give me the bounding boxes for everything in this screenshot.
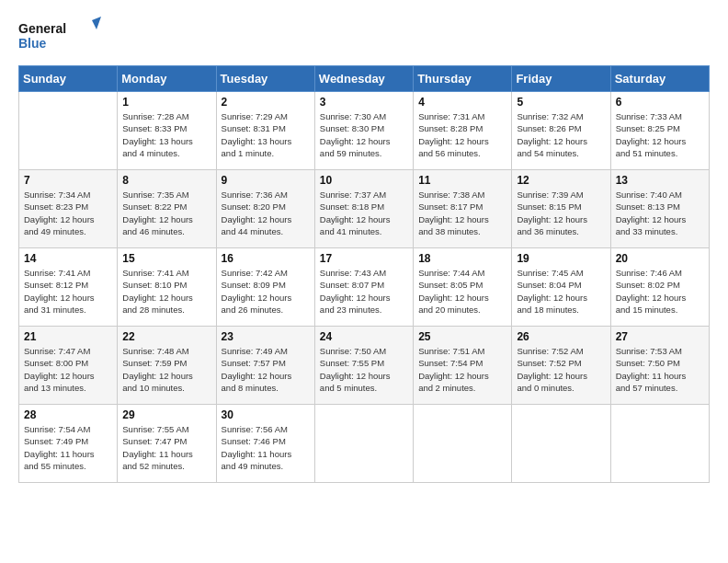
day-info: Sunrise: 7:51 AM Sunset: 7:54 PM Dayligh…: [418, 345, 506, 394]
day-cell: 2Sunrise: 7:29 AM Sunset: 8:31 PM Daylig…: [216, 92, 314, 170]
day-cell: 1Sunrise: 7:28 AM Sunset: 8:33 PM Daylig…: [118, 92, 216, 170]
svg-marker-2: [92, 17, 101, 29]
calendar-table: SundayMondayTuesdayWednesdayThursdayFrid…: [18, 65, 710, 483]
week-row-0: 1Sunrise: 7:28 AM Sunset: 8:33 PM Daylig…: [19, 92, 710, 170]
day-number: 29: [122, 408, 210, 421]
day-cell: 26Sunrise: 7:52 AM Sunset: 7:52 PM Dayli…: [512, 327, 610, 405]
day-number: 11: [418, 174, 506, 187]
day-number: 10: [320, 174, 408, 187]
day-number: 22: [122, 330, 210, 343]
day-info: Sunrise: 7:41 AM Sunset: 8:12 PM Dayligh…: [24, 267, 112, 316]
day-info: Sunrise: 7:28 AM Sunset: 8:33 PM Dayligh…: [122, 110, 210, 159]
day-number: 7: [24, 174, 112, 187]
header-cell-wednesday: Wednesday: [314, 66, 413, 92]
day-cell: 21Sunrise: 7:47 AM Sunset: 8:00 PM Dayli…: [19, 327, 118, 405]
day-cell: 12Sunrise: 7:39 AM Sunset: 8:15 PM Dayli…: [512, 170, 610, 248]
day-cell: 28Sunrise: 7:54 AM Sunset: 7:49 PM Dayli…: [19, 405, 118, 483]
day-info: Sunrise: 7:37 AM Sunset: 8:18 PM Dayligh…: [320, 189, 408, 237]
day-cell: 27Sunrise: 7:53 AM Sunset: 7:50 PM Dayli…: [610, 327, 709, 405]
day-cell: 8Sunrise: 7:35 AM Sunset: 8:22 PM Daylig…: [118, 170, 216, 248]
day-info: Sunrise: 7:35 AM Sunset: 8:22 PM Dayligh…: [122, 189, 210, 237]
day-cell: [19, 92, 118, 170]
day-number: 5: [517, 96, 605, 109]
day-cell: [314, 405, 413, 483]
day-cell: 15Sunrise: 7:41 AM Sunset: 8:10 PM Dayli…: [118, 248, 216, 327]
day-info: Sunrise: 7:55 AM Sunset: 7:47 PM Dayligh…: [122, 423, 210, 472]
day-info: Sunrise: 7:47 AM Sunset: 8:00 PM Dayligh…: [24, 345, 112, 394]
day-info: Sunrise: 7:36 AM Sunset: 8:20 PM Dayligh…: [222, 189, 310, 237]
day-number: 19: [517, 252, 605, 265]
page: General Blue SundayMondayTuesdayWednesda…: [0, 0, 728, 563]
header-cell-saturday: Saturday: [610, 66, 709, 92]
day-number: 21: [24, 330, 112, 343]
day-info: Sunrise: 7:40 AM Sunset: 8:13 PM Dayligh…: [616, 189, 704, 237]
day-number: 6: [616, 96, 704, 109]
day-number: 4: [418, 96, 506, 109]
day-number: 16: [222, 252, 310, 265]
day-cell: 17Sunrise: 7:43 AM Sunset: 8:07 PM Dayli…: [314, 248, 413, 327]
day-cell: 10Sunrise: 7:37 AM Sunset: 8:18 PM Dayli…: [314, 170, 413, 248]
day-cell: 25Sunrise: 7:51 AM Sunset: 7:54 PM Dayli…: [414, 327, 512, 405]
day-info: Sunrise: 7:56 AM Sunset: 7:46 PM Dayligh…: [222, 423, 310, 472]
day-cell: 18Sunrise: 7:44 AM Sunset: 8:05 PM Dayli…: [414, 248, 512, 327]
day-number: 9: [222, 174, 310, 187]
header-row: SundayMondayTuesdayWednesdayThursdayFrid…: [19, 66, 710, 92]
svg-text:Blue: Blue: [18, 36, 47, 51]
day-info: Sunrise: 7:45 AM Sunset: 8:04 PM Dayligh…: [517, 267, 605, 316]
day-info: Sunrise: 7:54 AM Sunset: 7:49 PM Dayligh…: [24, 423, 112, 472]
day-number: 20: [616, 252, 704, 265]
day-cell: 6Sunrise: 7:33 AM Sunset: 8:25 PM Daylig…: [610, 92, 709, 170]
day-cell: [414, 405, 512, 483]
day-number: 23: [222, 330, 310, 343]
day-info: Sunrise: 7:52 AM Sunset: 7:52 PM Dayligh…: [517, 345, 605, 394]
day-cell: [610, 405, 709, 483]
day-number: 1: [122, 96, 210, 109]
day-cell: 24Sunrise: 7:50 AM Sunset: 7:55 PM Dayli…: [314, 327, 413, 405]
day-info: Sunrise: 7:42 AM Sunset: 8:09 PM Dayligh…: [222, 267, 310, 316]
day-number: 24: [320, 330, 408, 343]
day-number: 17: [320, 252, 408, 265]
header-cell-sunday: Sunday: [19, 66, 118, 92]
week-row-2: 14Sunrise: 7:41 AM Sunset: 8:12 PM Dayli…: [19, 248, 710, 327]
day-cell: 4Sunrise: 7:31 AM Sunset: 8:28 PM Daylig…: [414, 92, 512, 170]
header-cell-monday: Monday: [118, 66, 216, 92]
day-cell: 16Sunrise: 7:42 AM Sunset: 8:09 PM Dayli…: [216, 248, 314, 327]
day-cell: 20Sunrise: 7:46 AM Sunset: 8:02 PM Dayli…: [610, 248, 709, 327]
day-cell: 11Sunrise: 7:38 AM Sunset: 8:17 PM Dayli…: [414, 170, 512, 248]
day-info: Sunrise: 7:29 AM Sunset: 8:31 PM Dayligh…: [222, 110, 310, 159]
day-cell: 23Sunrise: 7:49 AM Sunset: 7:57 PM Dayli…: [216, 327, 314, 405]
day-cell: 14Sunrise: 7:41 AM Sunset: 8:12 PM Dayli…: [19, 248, 118, 327]
day-info: Sunrise: 7:50 AM Sunset: 7:55 PM Dayligh…: [320, 345, 408, 394]
day-info: Sunrise: 7:31 AM Sunset: 8:28 PM Dayligh…: [418, 110, 506, 159]
day-info: Sunrise: 7:34 AM Sunset: 8:23 PM Dayligh…: [24, 189, 112, 237]
header-cell-tuesday: Tuesday: [216, 66, 314, 92]
day-number: 2: [222, 96, 310, 109]
day-number: 18: [418, 252, 506, 265]
header-cell-thursday: Thursday: [414, 66, 512, 92]
day-cell: 9Sunrise: 7:36 AM Sunset: 8:20 PM Daylig…: [216, 170, 314, 248]
svg-text:General: General: [18, 21, 66, 36]
day-number: 26: [517, 330, 605, 343]
day-number: 30: [222, 408, 310, 421]
logo-svg: General Blue: [18, 17, 101, 58]
header-cell-friday: Friday: [512, 66, 610, 92]
day-number: 25: [418, 330, 506, 343]
day-number: 28: [24, 408, 112, 421]
day-cell: 22Sunrise: 7:48 AM Sunset: 7:59 PM Dayli…: [118, 327, 216, 405]
header: General Blue: [18, 17, 710, 58]
week-row-4: 28Sunrise: 7:54 AM Sunset: 7:49 PM Dayli…: [19, 405, 710, 483]
day-info: Sunrise: 7:41 AM Sunset: 8:10 PM Dayligh…: [122, 267, 210, 316]
day-cell: 13Sunrise: 7:40 AM Sunset: 8:13 PM Dayli…: [610, 170, 709, 248]
day-number: 13: [616, 174, 704, 187]
day-cell: 7Sunrise: 7:34 AM Sunset: 8:23 PM Daylig…: [19, 170, 118, 248]
day-info: Sunrise: 7:32 AM Sunset: 8:26 PM Dayligh…: [517, 110, 605, 159]
day-number: 12: [517, 174, 605, 187]
logo: General Blue: [18, 17, 101, 58]
day-info: Sunrise: 7:39 AM Sunset: 8:15 PM Dayligh…: [517, 189, 605, 237]
day-number: 27: [616, 330, 704, 343]
day-number: 3: [320, 96, 408, 109]
day-info: Sunrise: 7:30 AM Sunset: 8:30 PM Dayligh…: [320, 110, 408, 159]
week-row-1: 7Sunrise: 7:34 AM Sunset: 8:23 PM Daylig…: [19, 170, 710, 248]
day-number: 14: [24, 252, 112, 265]
day-info: Sunrise: 7:49 AM Sunset: 7:57 PM Dayligh…: [222, 345, 310, 394]
